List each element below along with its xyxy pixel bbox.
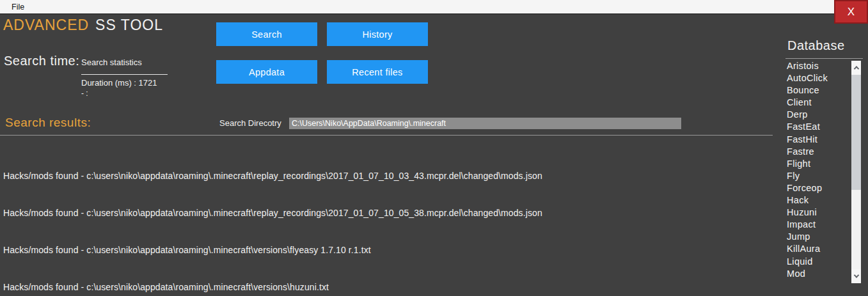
database-item[interactable]: Liquid [787, 256, 828, 268]
database-list: Aristois AutoClick Bounce Client Derp Fa… [787, 60, 828, 280]
duration-value: Duration (ms) : 1721 [81, 78, 168, 88]
scrollbar-track[interactable] [851, 190, 861, 269]
database-item[interactable]: Flight [787, 158, 828, 170]
chevron-up-icon [853, 66, 858, 71]
close-button[interactable]: X [834, 0, 868, 24]
search-statistics-block: Search statistics Duration (ms) : 1721 -… [81, 58, 168, 98]
close-icon: X [848, 6, 855, 19]
database-item[interactable]: FastEat [787, 121, 828, 133]
scroll-down-button[interactable] [851, 269, 861, 283]
stats-heading: Search statistics [81, 58, 168, 67]
database-item[interactable]: Client [787, 97, 828, 109]
result-line: Hacks/mods found - c:\users\niko\appdata… [3, 281, 542, 293]
results-divider [0, 135, 773, 136]
database-title: Database [787, 38, 845, 53]
search-button[interactable]: Search [216, 22, 317, 46]
stats-placeholder: - : [81, 89, 168, 98]
search-results-list: Hacks/mods found - c:\users\niko\appdata… [3, 145, 542, 296]
database-item[interactable]: KillAura [787, 243, 828, 255]
search-time-label: Search time: [4, 54, 79, 68]
menu-bar: File [0, 0, 868, 15]
chevron-down-icon [853, 272, 858, 277]
database-item[interactable]: Huzuni [787, 206, 828, 219]
database-underline [785, 58, 863, 59]
database-item[interactable]: Fastre [787, 146, 828, 158]
appdata-button[interactable]: Appdata [216, 60, 317, 84]
history-button[interactable]: History [327, 22, 428, 46]
database-item[interactable]: Fly [787, 170, 828, 182]
title-main: SS TOOL [95, 17, 163, 33]
recent-files-button[interactable]: Recent files [327, 60, 428, 84]
action-buttons: Search History Appdata Recent files [216, 22, 428, 84]
search-directory-label: Search Direcotry [219, 118, 281, 128]
scroll-up-button[interactable] [851, 61, 861, 75]
app-window: File X ADVANCEDSS TOOL Search time: Sear… [0, 0, 868, 296]
database-item[interactable]: Bounce [787, 84, 828, 97]
page-title: ADVANCEDSS TOOL [3, 17, 163, 34]
database-item[interactable]: Aristois [787, 60, 828, 72]
stats-underline [81, 74, 168, 75]
database-item[interactable]: Forceop [787, 182, 828, 194]
database-item[interactable]: Hack [787, 194, 828, 206]
result-line: Hacks/mods found - c:\users\niko\appdata… [3, 207, 542, 219]
scrollbar-thumb[interactable] [851, 75, 861, 190]
database-scrollbar[interactable] [851, 61, 861, 283]
database-item[interactable]: Jump [787, 231, 828, 243]
search-directory-input[interactable] [289, 118, 681, 129]
database-item[interactable]: FastHit [787, 134, 828, 146]
title-accent: ADVANCED [3, 17, 89, 33]
search-results-label: Search results: [5, 116, 91, 130]
database-item[interactable]: Derp [787, 109, 828, 121]
database-item[interactable]: Mod [787, 268, 828, 280]
result-line: Hacks/mods found - c:\users\niko\appdata… [3, 244, 542, 256]
menu-item-file[interactable]: File [9, 2, 27, 12]
result-line: Hacks/mods found - c:\users\niko\appdata… [3, 170, 542, 182]
database-item[interactable]: AutoClick [787, 72, 828, 84]
database-item[interactable]: Impact [787, 219, 828, 231]
